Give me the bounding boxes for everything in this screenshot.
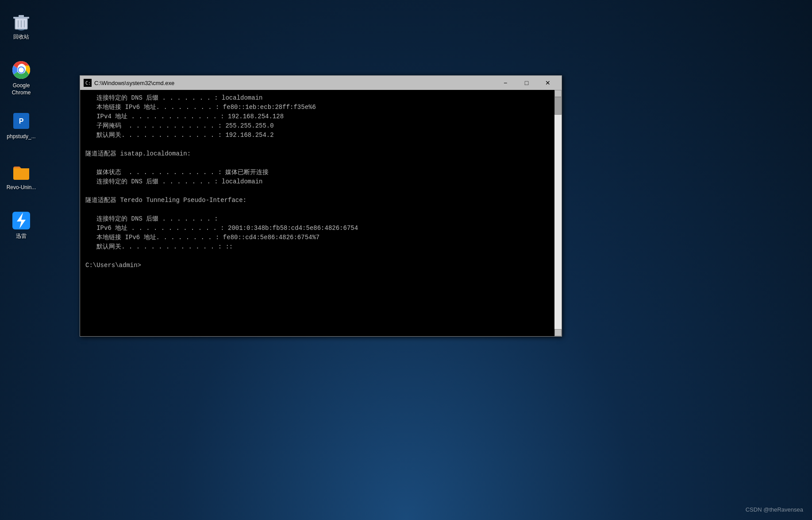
- cmd-line: 子网掩码 . . . . . . . . . . . . : 255.255.2…: [85, 121, 547, 131]
- scroll-up-arrow[interactable]: ▲: [554, 90, 562, 97]
- cmd-body[interactable]: 连接特定的 DNS 后缀 . . . . . . . : localdomain…: [80, 90, 562, 336]
- phpstudy-icon[interactable]: P phpstudy_...: [4, 109, 39, 142]
- phpstudy-label: phpstudy_...: [7, 133, 35, 140]
- cmd-line: 连接特定的 DNS 后缀 . . . . . . . : localdomain: [85, 93, 547, 103]
- cmd-content: 连接特定的 DNS 后缀 . . . . . . . : localdomain…: [85, 93, 556, 270]
- cmd-line: [85, 159, 547, 168]
- cmd-line: [85, 186, 547, 196]
- cmd-titlebar-icon: C:: [84, 79, 92, 87]
- revo-uninstaller-icon[interactable]: Revo-Unin...: [4, 159, 39, 193]
- xunlei-image: [11, 210, 32, 231]
- maximize-button[interactable]: □: [516, 77, 537, 89]
- xunlei-label: 迅雷: [16, 233, 27, 240]
- cmd-line: 默认网关. . . . . . . . . . . . . : 192.168.…: [85, 131, 547, 140]
- cmd-titlebar: C: C:\Windows\system32\cmd.exe − □ ✕: [80, 76, 562, 90]
- svg-point-8: [19, 67, 24, 73]
- revo-label: Revo-Unin...: [7, 184, 36, 191]
- phpstudy-image: P: [11, 110, 32, 132]
- cmd-line: 本地链接 IPv6 地址. . . . . . . . : fe80::cd4:…: [85, 233, 547, 242]
- cmd-line: IPv6 地址 . . . . . . . . . . . . : 2001:0…: [85, 224, 547, 233]
- recycle-bin-label: 回收站: [13, 34, 29, 41]
- cmd-line: IPv4 地址 . . . . . . . . . . . . : 192.16…: [85, 112, 547, 121]
- scrollbar-track[interactable]: [554, 97, 562, 329]
- cmd-window: C: C:\Windows\system32\cmd.exe − □ ✕ 连接特…: [80, 75, 562, 337]
- svg-text:C:: C:: [85, 81, 91, 85]
- scroll-down-arrow[interactable]: ▼: [554, 329, 562, 336]
- cmd-line: C:\Users\admin>: [85, 261, 547, 270]
- recycle-bin-image: [11, 11, 32, 32]
- cmd-line: 本地链接 IPv6 地址. . . . . . . . : fe80::1eb:…: [85, 103, 547, 112]
- close-button[interactable]: ✕: [538, 77, 558, 89]
- cmd-window-controls: − □ ✕: [495, 77, 558, 89]
- revo-image: [11, 161, 32, 182]
- cmd-line: 媒体状态 . . . . . . . . . . . . : 媒体已断开连接: [85, 168, 547, 177]
- svg-text:P: P: [19, 117, 24, 125]
- chrome-label: Google Chrome: [5, 82, 37, 96]
- cmd-line: 隧道适配器 isatap.localdomain:: [85, 149, 547, 159]
- cmd-line: [85, 205, 547, 214]
- cmd-line: 连接特定的 DNS 后缀 . . . . . . . :: [85, 214, 547, 224]
- svg-rect-2: [19, 15, 24, 18]
- scrollbar-thumb[interactable]: [554, 97, 562, 115]
- cmd-line: [85, 140, 547, 149]
- cmd-line: [85, 252, 547, 261]
- google-chrome-icon[interactable]: Google Chrome: [4, 58, 39, 98]
- recycle-bin-icon[interactable]: 回收站: [4, 9, 39, 43]
- cmd-line: 隧道适配器 Teredo Tunneling Pseudo-Interface:: [85, 196, 547, 205]
- watermark: CSDN @theRavensea: [746, 506, 803, 513]
- cmd-scrollbar[interactable]: ▲ ▼: [554, 90, 562, 336]
- cmd-line: 默认网关. . . . . . . . . . . . . : ::: [85, 242, 547, 252]
- chrome-image: [11, 59, 32, 81]
- minimize-button[interactable]: −: [495, 77, 516, 89]
- cmd-title: C:\Windows\system32\cmd.exe: [94, 80, 495, 86]
- cmd-line: 连接特定的 DNS 后缀 . . . . . . . : localdomain: [85, 177, 547, 186]
- xunlei-icon[interactable]: 迅雷: [4, 208, 39, 242]
